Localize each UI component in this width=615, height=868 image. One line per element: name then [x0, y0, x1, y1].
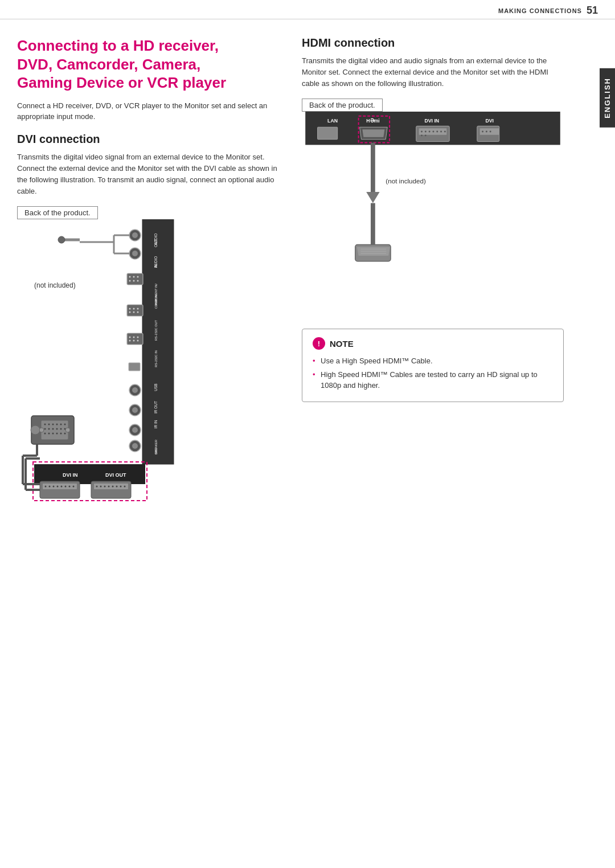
svg-point-76: [31, 425, 40, 435]
svg-point-17: [132, 251, 138, 256]
svg-rect-77: [41, 420, 68, 440]
svg-point-24: [137, 280, 139, 282]
svg-point-23: [133, 280, 135, 282]
svg-point-87: [56, 428, 58, 430]
svg-point-57: [61, 486, 63, 488]
svg-text:(not included): (not included): [34, 281, 76, 289]
svg-point-134: [490, 131, 491, 133]
svg-point-78: [44, 424, 46, 425]
svg-rect-25: [127, 305, 143, 316]
svg-point-96: [39, 428, 44, 432]
svg-point-63: [96, 486, 98, 488]
svg-text:DVI IN: DVI IN: [424, 118, 439, 124]
svg-point-82: [60, 424, 62, 425]
back-label-dvi: Back of the product.: [17, 206, 98, 219]
svg-point-91: [48, 433, 50, 435]
svg-point-93: [56, 433, 58, 435]
svg-point-94: [60, 433, 62, 435]
svg-point-133: [486, 131, 487, 133]
svg-rect-52: [43, 484, 77, 489]
svg-point-83: [64, 424, 66, 425]
svg-point-121: [425, 131, 427, 133]
top-bar: MAKING CONNECTIONS 51: [0, 0, 615, 19]
svg-point-79: [48, 424, 50, 425]
svg-text:(not included): (not included): [386, 178, 426, 185]
svg-text:HƏmi: HƏmi: [366, 118, 380, 124]
note-item-1: Use a High Speed HDMI™ Cable.: [313, 355, 553, 367]
svg-text:IR OUT: IR OUT: [154, 401, 158, 413]
svg-text:OUT: OUT: [154, 448, 158, 455]
svg-point-15: [132, 232, 138, 238]
svg-rect-113: [318, 128, 338, 140]
note-icon: !: [313, 337, 325, 350]
svg-point-29: [129, 312, 131, 313]
svg-point-64: [100, 486, 102, 488]
svg-point-37: [133, 340, 135, 342]
note-box: ! NOTE Use a High Speed HDMI™ Cable. Hig…: [302, 329, 564, 402]
main-content: Connecting to a HD receiver, DVD, Camcor…: [0, 19, 615, 506]
svg-text:(not included): (not included): [51, 503, 93, 504]
svg-point-70: [124, 486, 126, 488]
hdmi-body: Transmits the digital video and audio si…: [302, 55, 564, 89]
svg-text:IR IN: IR IN: [154, 420, 158, 428]
svg-point-124: [436, 131, 438, 133]
svg-point-27: [133, 308, 135, 310]
svg-text:USB: USB: [154, 383, 158, 391]
english-tab: ENGLISH: [600, 68, 615, 128]
svg-point-21: [137, 276, 139, 278]
hdmi-diagram-svg: LAN HƏmi DVI IN: [302, 112, 564, 317]
svg-rect-18: [127, 273, 143, 285]
note-title: ! NOTE: [313, 337, 553, 350]
main-heading: Connecting to a HD receiver, DVD, Camcor…: [17, 36, 285, 92]
svg-point-22: [129, 280, 131, 282]
svg-point-88: [60, 428, 62, 430]
hdmi-diagram-container: LAN HƏmi DVI IN: [302, 112, 564, 318]
note-item-2: High Speed HDMI™ Cables are tested to ca…: [313, 369, 553, 391]
svg-point-45: [132, 427, 138, 433]
right-column: HDMI connection Transmits the digital vi…: [296, 19, 587, 506]
svg-point-26: [129, 308, 131, 310]
svg-point-31: [137, 312, 139, 313]
back-label-hdmi-container: Back of the product.: [302, 99, 564, 112]
svg-point-30: [133, 312, 135, 313]
svg-text:OUT: OUT: [154, 239, 158, 247]
svg-point-67: [112, 486, 114, 488]
svg-rect-32: [127, 333, 143, 345]
svg-point-36: [129, 340, 131, 342]
svg-point-128: [425, 135, 427, 137]
svg-text:DVI IN: DVI IN: [63, 472, 78, 478]
svg-point-84: [44, 428, 46, 430]
svg-marker-137: [366, 193, 379, 203]
svg-rect-0: [142, 219, 174, 464]
svg-point-126: [444, 131, 446, 133]
left-column: Connecting to a HD receiver, DVD, Camcor…: [17, 19, 296, 506]
svg-point-20: [133, 276, 135, 278]
section-label: MAKING CONNECTIONS: [498, 7, 582, 14]
svg-rect-62: [94, 484, 128, 489]
svg-point-35: [137, 337, 139, 338]
svg-point-90: [44, 433, 46, 435]
hdmi-heading: HDMI connection: [302, 36, 564, 50]
svg-point-41: [132, 387, 138, 393]
back-label-hdmi: Back of the product.: [302, 99, 383, 112]
svg-point-65: [104, 486, 106, 488]
svg-point-43: [132, 407, 138, 413]
svg-rect-39: [129, 363, 140, 371]
svg-text:RGB IN: RGB IN: [154, 295, 158, 306]
svg-point-66: [108, 486, 110, 488]
svg-point-59: [69, 486, 71, 488]
svg-point-120: [421, 131, 423, 133]
svg-point-60: [73, 486, 75, 488]
svg-point-109: [58, 236, 65, 243]
svg-text:RS-232C IN: RS-232C IN: [154, 350, 158, 367]
svg-point-97: [65, 428, 70, 432]
svg-point-38: [137, 340, 139, 342]
svg-marker-116: [362, 130, 384, 138]
dvi-diagram-container: Back of the product. AUDIO OUT AUDIO IN …: [17, 206, 268, 506]
svg-point-127: [421, 135, 423, 137]
dvi-diagram-svg: AUDIO OUT AUDIO IN COMPONENT IN/ RGB IN …: [17, 219, 268, 504]
svg-point-123: [433, 131, 434, 133]
svg-point-95: [64, 433, 66, 435]
svg-point-80: [52, 424, 54, 425]
svg-point-81: [56, 424, 58, 425]
